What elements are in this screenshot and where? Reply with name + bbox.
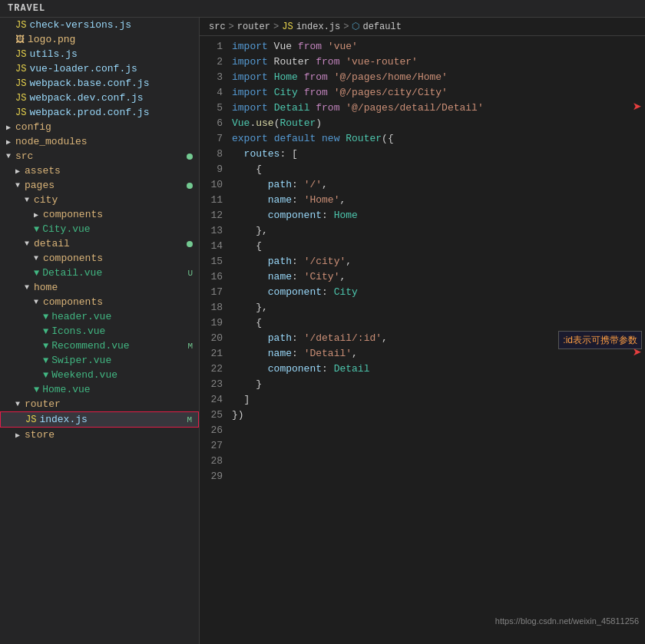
- sidebar-label-city: city: [34, 194, 58, 206]
- sidebar: JS check-versions.js🖼 logo.pngJS utils.j…: [0, 18, 200, 644]
- sidebar-item-swiper-vue[interactable]: ▼ Swiper.vue: [0, 353, 199, 368]
- sidebar-item-config[interactable]: ▶ config: [0, 120, 199, 134]
- file-icon-recommend-vue: ▼: [43, 341, 48, 352]
- line-number-28: 28: [206, 454, 223, 469]
- breadcrumb-sep3: >: [343, 21, 349, 32]
- sidebar-item-logo-png[interactable]: 🖼 logo.png: [0, 32, 199, 47]
- sidebar-label-logo-png: logo.png: [28, 34, 75, 45]
- file-icon-webpack-base-conf-js: JS: [15, 78, 26, 89]
- sidebar-item-icons-vue[interactable]: ▼ Icons.vue: [0, 324, 199, 339]
- sidebar-item-components-home[interactable]: ▼ components: [0, 295, 199, 309]
- file-icon-utils-js: JS: [15, 49, 26, 60]
- sidebar-label-router: router: [25, 398, 61, 410]
- code-line-12: {: [232, 162, 645, 177]
- line-number-13: 13: [206, 223, 223, 239]
- code-line-20: component: City: [232, 285, 645, 300]
- sidebar-item-webpack-dev-conf-js[interactable]: JS webpack.dev.conf.js: [0, 91, 199, 105]
- dot-badge-pages: [187, 183, 193, 189]
- sidebar-item-store[interactable]: ▶ store: [0, 428, 199, 442]
- breadcrumb-filename: index.js: [296, 21, 341, 32]
- code-line-15: component: Home: [232, 208, 645, 223]
- sidebar-item-router[interactable]: ▼ router: [0, 397, 199, 411]
- sidebar-item-home-vue[interactable]: ▼ Home.vue: [0, 382, 199, 397]
- sidebar-item-src[interactable]: ▼ src: [0, 149, 199, 163]
- sidebar-item-check-versions-js[interactable]: JS check-versions.js: [0, 18, 199, 32]
- code-container: 1234567891011121314151617181920212223242…: [200, 36, 645, 644]
- arrow-icon-components-detail: ▼: [34, 254, 38, 263]
- code-line-5: import City from '@/pages/city/City': [232, 85, 645, 101]
- arrow-icon-pages: ▼: [15, 181, 20, 190]
- sidebar-label-webpack-dev-conf-js: webpack.dev.conf.js: [29, 92, 143, 104]
- sidebar-label-detail-vue: Detail.vue: [42, 267, 102, 279]
- sidebar-item-pages[interactable]: ▼ pages: [0, 178, 199, 193]
- code-line-26: }: [232, 377, 645, 392]
- sidebar-item-city-vue[interactable]: ▼ City.vue: [0, 222, 199, 236]
- file-icon-webpack-dev-conf-js: JS: [15, 93, 26, 104]
- sidebar-item-detail[interactable]: ▼ detail: [0, 236, 199, 251]
- code-line-11: routes: [: [232, 147, 645, 162]
- arrow-icon-config: ▶: [6, 123, 11, 132]
- code-line-1: import Vue from 'vue': [232, 39, 645, 54]
- line-number-8: 8: [206, 147, 223, 162]
- code-line-17: {: [232, 239, 645, 254]
- sidebar-label-header-vue: header.vue: [51, 311, 111, 322]
- file-icon-city-vue: ▼: [34, 224, 39, 235]
- breadcrumb: src > router > JS index.js > ⬡ default: [200, 18, 645, 36]
- sidebar-label-pages: pages: [25, 180, 55, 191]
- code-line-14: name: 'Home',: [232, 193, 645, 208]
- arrow-icon-assets: ▶: [15, 167, 20, 176]
- annotation-line6: ➤: [633, 101, 642, 116]
- line-number-7: 7: [206, 131, 223, 147]
- breadcrumb-default: ⬡: [352, 21, 359, 32]
- sidebar-label-index-js: index.js: [39, 414, 87, 425]
- code-line-27: ]: [232, 392, 645, 408]
- file-icon-weekend-vue: ▼: [43, 370, 48, 381]
- breadcrumb-sep1: >: [229, 21, 234, 32]
- sidebar-item-components-city[interactable]: ▶ components: [0, 207, 199, 222]
- sidebar-item-recommend-vue[interactable]: ▼ Recommend.vueM: [0, 339, 199, 353]
- editor-area: src > router > JS index.js > ⬡ default 1…: [200, 18, 645, 644]
- line-number-14: 14: [206, 239, 223, 254]
- line-number-24: 24: [206, 392, 223, 408]
- watermark: https://blog.csdn.net/weixin_45811256: [495, 616, 639, 626]
- sidebar-item-weekend-vue[interactable]: ▼ Weekend.vue: [0, 368, 199, 382]
- title-label: TRAVEL: [8, 3, 45, 14]
- dot-badge-detail: [187, 241, 193, 247]
- code-line-18: path: '/city',: [232, 254, 645, 269]
- breadcrumb-src: src: [209, 21, 226, 32]
- line-number-9: 9: [206, 162, 223, 177]
- arrow-icon-home: ▼: [25, 283, 29, 292]
- sidebar-item-webpack-base-conf-js[interactable]: JS webpack.base.conf.js: [0, 76, 199, 91]
- sidebar-label-vue-loader-conf-js: vue-loader.conf.js: [29, 63, 137, 74]
- sidebar-label-weekend-vue: Weekend.vue: [51, 369, 117, 381]
- sidebar-item-node_modules[interactable]: ▶ node_modules: [0, 134, 199, 149]
- sidebar-item-header-vue[interactable]: ▼ header.vue: [0, 309, 199, 324]
- sidebar-item-city[interactable]: ▼ city: [0, 193, 199, 207]
- line-number-25: 25: [206, 408, 223, 423]
- arrow-icon-city: ▼: [25, 196, 29, 204]
- arrow-icon-store: ▶: [15, 431, 20, 440]
- sidebar-label-webpack-prod-conf-js: webpack.prod.conf.js: [29, 107, 149, 118]
- code-line-13: path: '/',: [232, 177, 645, 193]
- sidebar-item-index-js[interactable]: JS index.jsM: [0, 411, 199, 428]
- sidebar-item-webpack-prod-conf-js[interactable]: JS webpack.prod.conf.js: [0, 105, 199, 120]
- dot-badge-src: [187, 154, 193, 160]
- file-icon-swiper-vue: ▼: [43, 355, 48, 366]
- sidebar-label-home-vue: Home.vue: [42, 384, 90, 395]
- code-line-2: import Router from 'vue-router': [232, 54, 645, 70]
- badge-m-index-js: M: [187, 415, 198, 424]
- sidebar-item-detail-vue[interactable]: ▼ Detail.vueU: [0, 266, 199, 280]
- file-icon-index-js: JS: [25, 414, 36, 425]
- line-number-21: 21: [206, 346, 223, 362]
- sidebar-item-vue-loader-conf-js[interactable]: JS vue-loader.conf.js: [0, 61, 199, 76]
- line-number-26: 26: [206, 423, 223, 438]
- sidebar-label-utils-js: utils.js: [29, 48, 77, 60]
- sidebar-item-home[interactable]: ▼ home: [0, 280, 199, 295]
- sidebar-label-src: src: [15, 150, 33, 162]
- sidebar-item-components-detail[interactable]: ▼ components: [0, 251, 199, 266]
- sidebar-item-utils-js[interactable]: JS utils.js: [0, 47, 199, 61]
- line-number-5: 5: [206, 101, 223, 116]
- sidebar-item-assets[interactable]: ▶ assets: [0, 163, 199, 178]
- sidebar-label-recommend-vue: Recommend.vue: [51, 340, 129, 352]
- sidebar-label-home: home: [34, 282, 58, 293]
